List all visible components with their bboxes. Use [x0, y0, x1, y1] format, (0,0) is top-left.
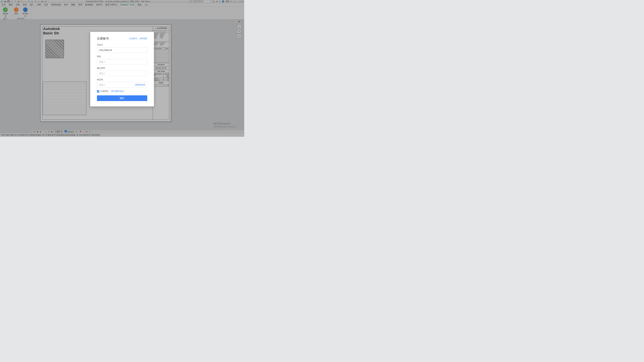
login-link[interactable]: 已有账号，立即登录	[129, 37, 147, 40]
code-input[interactable]	[97, 82, 133, 87]
confirm-password-input[interactable]	[97, 70, 147, 76]
password-input[interactable]	[97, 59, 147, 64]
password-label: 密码	[97, 55, 147, 58]
dialog-title: 注册账号	[97, 36, 109, 40]
tos-link[interactable]: 《用户服务协议》	[109, 90, 126, 93]
agree-checkbox[interactable]	[97, 90, 99, 92]
code-label: 验证码	[97, 78, 147, 81]
phone-label: 手机号	[97, 43, 147, 46]
modal-overlay: 注册账号 已有账号，立即登录 手机号 密码 确认密码 验证码 获取验证码 勾选同…	[0, 0, 244, 137]
register-dialog: 注册账号 已有账号，立即登录 手机号 密码 确认密码 验证码 获取验证码 勾选同…	[90, 32, 154, 106]
get-code-button[interactable]: 获取验证码	[133, 82, 147, 87]
submit-button[interactable]: 确定	[97, 95, 147, 101]
agree-text: 勾选同意	[100, 90, 108, 93]
phone-input[interactable]	[97, 47, 147, 53]
confirm-password-label: 确认密码	[97, 67, 147, 69]
